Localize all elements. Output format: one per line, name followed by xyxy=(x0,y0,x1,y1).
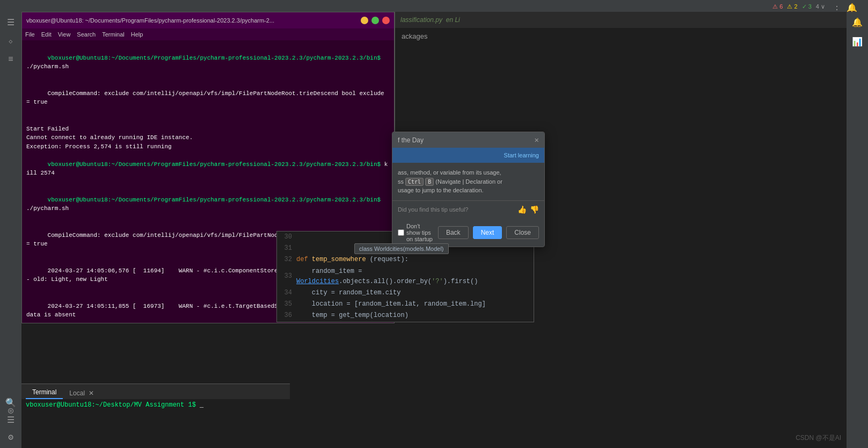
code-line-35: 35 location = [random_item.lat, random_i… xyxy=(277,299,534,310)
code-line-36: 36 temp = get_temp(location) xyxy=(277,310,534,321)
term-line-6: Exception: Process 2,574 is still runnin… xyxy=(26,142,390,151)
code-content-35: location = [random_item.lat, random_item… xyxy=(296,299,486,309)
term-line-5: Cannot connect to already running IDE in… xyxy=(26,133,390,142)
sidebar-right: 🔔 📊 xyxy=(847,12,868,448)
window-minimize-btn[interactable] xyxy=(361,17,368,24)
menu-help[interactable]: Help xyxy=(131,31,143,38)
close-button[interactable]: Close xyxy=(506,226,539,239)
code-line-32: 32 def temp_somewhere (request): xyxy=(277,254,534,265)
expand-indicator[interactable]: 4 ∨ xyxy=(816,3,825,10)
back-button[interactable]: Back xyxy=(438,226,469,239)
editor-header: lassification.py en Li xyxy=(395,12,847,28)
error-count: ⚠ 6 xyxy=(772,3,783,10)
tip-dialog-title: f the Day xyxy=(398,136,424,144)
bottom-prompt: vboxuser@Ubuntu18:~/Desktop/MV Assignmen… xyxy=(26,401,196,409)
sidebar-icon-menu[interactable]: ☰ xyxy=(7,17,14,28)
code-content-34: city = random_item.city xyxy=(296,288,400,298)
bottom-icon-search[interactable]: 🔍 xyxy=(5,398,16,408)
editor-panel: lassification.py en Li ackages xyxy=(395,12,847,141)
bottom-icon-settings[interactable]: ⚙ xyxy=(8,432,13,443)
editor-author: en Li xyxy=(446,16,460,24)
tab-terminal[interactable]: Terminal xyxy=(26,386,63,399)
line-num-30: 30 xyxy=(277,232,296,242)
bottom-icon-layers[interactable]: ☰ xyxy=(7,415,14,425)
bottom-tabs: Terminal Local ✕ xyxy=(21,384,290,399)
ok-count: ✓ 3 xyxy=(802,3,812,10)
tab-local-close[interactable]: ✕ xyxy=(89,389,94,397)
tip-feedback-icons: 👍 👎 xyxy=(517,205,539,214)
tip-feedback-text: Did you find this tip useful? xyxy=(398,206,468,213)
menu-search[interactable]: Search xyxy=(77,31,96,38)
packages-section: ackages xyxy=(395,28,847,45)
tip-content: ass, method, or variable from its usage,… xyxy=(392,163,544,200)
thumbup-icon[interactable]: 👍 xyxy=(517,205,527,214)
tab-local[interactable]: Local ✕ xyxy=(63,387,100,399)
tip-dialog: f the Day ✕ Start learning ass, method, … xyxy=(392,132,545,247)
window-maximize-btn[interactable] xyxy=(371,17,379,24)
bottom-terminal-content[interactable]: vboxuser@Ubuntu18:~/Desktop/MV Assignmen… xyxy=(21,399,290,411)
line-num-36: 36 xyxy=(277,310,296,321)
tip-dialog-close-btn[interactable]: ✕ xyxy=(535,135,539,144)
editor-filename: lassification.py xyxy=(400,16,442,24)
term-line-3 xyxy=(26,115,390,125)
code-content-36: temp = get_temp(location) xyxy=(296,310,409,321)
tip-text-2: ss Ctrl B (Navigate | Declaration or xyxy=(398,177,539,186)
code-content-33: random_item = Worldcities.objects.all().… xyxy=(296,266,534,287)
bottom-cursor: _ xyxy=(200,401,203,409)
line-num-32: 32 xyxy=(277,255,296,265)
window-close-btn[interactable] xyxy=(382,17,390,24)
line-num-33: 33 xyxy=(277,271,296,281)
menu-edit[interactable]: Edit xyxy=(41,31,52,38)
ctrl-key: Ctrl xyxy=(405,178,424,186)
tip-text-nav: (Navigate | Declaration or xyxy=(435,178,502,185)
watermark: CSDN @不是AI xyxy=(796,433,841,443)
tip-banner: Start learning xyxy=(392,148,544,163)
line-num-34: 34 xyxy=(277,288,296,298)
tip-dialog-header: f the Day ✕ xyxy=(392,132,544,148)
dont-show-checkbox[interactable] xyxy=(398,229,404,236)
status-indicators: ⚠ 6 ⚠ 2 ✓ 3 4 ∨ xyxy=(772,3,825,10)
tip-text-4: usage to jump to the declaration. xyxy=(398,186,539,195)
term-line-7: vboxuser@Ubuntu18:~/Documents/ProgramFil… xyxy=(26,151,390,186)
sidebar-icon-list[interactable]: ≡ xyxy=(8,55,13,64)
tip-buttons-row: Don't show tips on startup Back Next Clo… xyxy=(392,219,544,247)
code-line-34: 34 city = random_item.city xyxy=(277,287,534,299)
terminal-title: vboxuser@Ubuntu18: ~/Documents/ProgramFi… xyxy=(26,17,358,24)
term-line-8: vboxuser@Ubuntu18:~/Documents/ProgramFil… xyxy=(26,186,390,222)
bottom-panel: Terminal Local ✕ vboxuser@Ubuntu18:~/Des… xyxy=(21,384,290,448)
term-line-2: CompileCommand: exclude com/intellij/ope… xyxy=(26,80,390,115)
term-line-1: vboxuser@Ubuntu18:~/Documents/ProgramFil… xyxy=(26,45,390,80)
code-content-32: def temp_somewhere (request): xyxy=(296,255,409,265)
thumbdown-icon[interactable]: 👎 xyxy=(530,205,539,214)
warning-count: ⚠ 2 xyxy=(787,3,797,10)
dont-show-label: Don't show tips on startup xyxy=(406,223,434,242)
sidebar-right-icon-1[interactable]: 🔔 xyxy=(852,17,863,28)
line-num-31: 31 xyxy=(277,243,296,254)
terminal-title-bar: vboxuser@Ubuntu18: ~/Documents/ProgramFi… xyxy=(22,12,394,28)
terminal-menu: File Edit View Search Terminal Help xyxy=(22,28,394,40)
code-tooltip: class Worldcities(models.Model) xyxy=(354,243,449,254)
tip-banner-link[interactable]: Start learning xyxy=(504,152,539,158)
menu-view[interactable]: View xyxy=(58,31,71,38)
sidebar-right-icon-2[interactable]: 📊 xyxy=(852,37,863,47)
sidebar-icon-project[interactable]: ⬦ xyxy=(8,37,13,46)
b-key: B xyxy=(425,178,434,186)
sidebar-left: ☰ ⬦ ≡ ◎ xyxy=(0,12,21,448)
line-num-35: 35 xyxy=(277,299,296,309)
next-button[interactable]: Next xyxy=(473,226,502,239)
packages-label: ackages xyxy=(402,32,427,40)
tip-text-1: ass, method, or variable from its usage, xyxy=(398,168,539,177)
bottom-left-icons: 🔍 ☰ ⚙ xyxy=(0,398,21,448)
top-status-bar: ⚠ 6 ⚠ 2 ✓ 3 4 ∨ ⋮ 🔔 xyxy=(0,0,868,12)
term-line-4: Start Failed xyxy=(26,125,390,134)
menu-terminal[interactable]: Terminal xyxy=(102,31,125,38)
code-line-33: 33 random_item = Worldcities.objects.all… xyxy=(277,266,534,287)
tip-feedback: Did you find this tip useful? 👍 👎 xyxy=(392,200,544,219)
menu-file[interactable]: File xyxy=(25,31,35,38)
dont-show-checkbox-container: Don't show tips on startup xyxy=(398,223,434,242)
